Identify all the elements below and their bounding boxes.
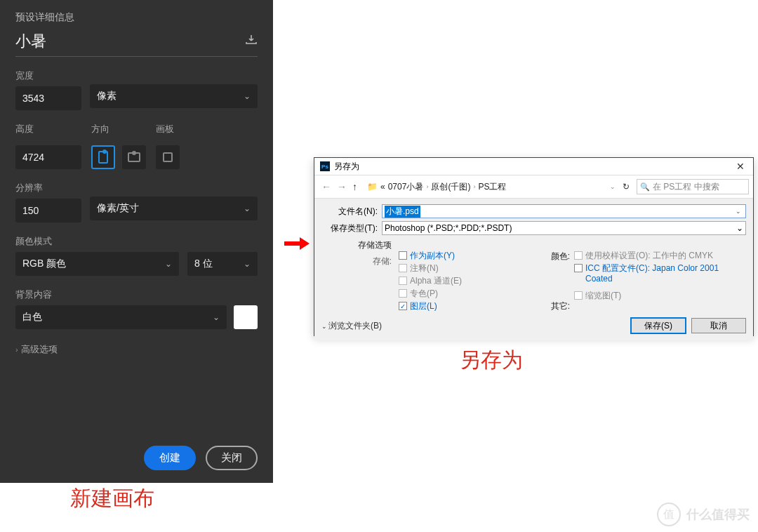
checkbox-as-copy[interactable]: 作为副本(Y) bbox=[399, 251, 525, 261]
chevron-down-icon: ⌄ bbox=[244, 91, 251, 101]
create-button[interactable]: 创建 bbox=[144, 446, 196, 470]
save-options-header: 存储选项 bbox=[321, 239, 392, 251]
orientation-portrait-button[interactable] bbox=[91, 145, 115, 169]
background-label: 背景内容 bbox=[15, 288, 258, 301]
watermark-icon: 值 bbox=[657, 503, 681, 526]
chevron-down-icon: ⌄ bbox=[244, 259, 251, 269]
width-input[interactable] bbox=[15, 86, 81, 110]
browse-folders-toggle[interactable]: ⌄浏览文件夹(B) bbox=[321, 320, 382, 332]
preset-label: 预设详细信息 bbox=[15, 11, 258, 24]
artboard-checkbox[interactable] bbox=[156, 145, 180, 169]
resolution-unit-dropdown[interactable]: 像素/英寸⌄ bbox=[90, 197, 258, 220]
checkbox-layers[interactable]: ✓图层(L) bbox=[399, 301, 525, 312]
orientation-landscape-button[interactable] bbox=[122, 145, 146, 169]
nav-forward-button[interactable]: → bbox=[337, 181, 347, 192]
checkbox-proof: 使用校样设置(O): 工作中的 CMYK bbox=[574, 251, 746, 261]
chevron-down-icon: ⌄ bbox=[213, 312, 220, 322]
save-button[interactable]: 保存(S) bbox=[631, 318, 686, 333]
filename-input[interactable]: 小暑.psd ⌄ bbox=[382, 204, 746, 218]
watermark-text: 什么值得买 bbox=[686, 506, 750, 523]
height-input[interactable] bbox=[15, 145, 81, 169]
chevron-down-icon: ⌄ bbox=[165, 259, 172, 269]
cancel-button[interactable]: 取消 bbox=[691, 318, 746, 333]
width-label: 宽度 bbox=[15, 69, 81, 82]
caption-save-as: 另存为 bbox=[460, 346, 523, 375]
dialog-title: 另存为 bbox=[334, 161, 359, 173]
color-mode-label: 颜色模式 bbox=[15, 235, 258, 248]
color-mode-dropdown[interactable]: RGB 颜色⌄ bbox=[15, 252, 179, 276]
filename-label: 文件名(N): bbox=[321, 206, 382, 218]
checkbox-icc-profile[interactable]: ICC 配置文件(C): Japan Color 2001 Coated bbox=[574, 263, 746, 284]
resolution-label: 分辨率 bbox=[15, 182, 81, 194]
nav-up-button[interactable]: ↑ bbox=[352, 181, 357, 192]
dialog-close-button[interactable]: ✕ bbox=[733, 161, 747, 172]
height-label: 高度 bbox=[15, 123, 81, 135]
filetype-label: 保存类型(T): bbox=[321, 222, 382, 234]
new-document-panel: 预设详细信息 小暑 宽度 像素⌄ 高度 方向 bbox=[0, 0, 273, 483]
preset-name-input[interactable]: 小暑 bbox=[15, 31, 46, 52]
color-section-label: 颜色: bbox=[525, 251, 570, 262]
folder-icon: 📁 bbox=[367, 182, 378, 192]
advanced-options-toggle[interactable]: ›高级选项 bbox=[15, 343, 258, 356]
close-button[interactable]: 关闭 bbox=[206, 446, 258, 470]
store-label: 存储: bbox=[321, 255, 392, 267]
filetype-dropdown[interactable]: Photoshop (*.PSD;*.PDD;*.PSDT)⌄ bbox=[382, 221, 746, 235]
artboard-label: 画板 bbox=[156, 123, 180, 135]
chevron-down-icon: ⌄ bbox=[321, 323, 327, 330]
bit-depth-dropdown[interactable]: 8 位⌄ bbox=[187, 252, 258, 276]
chevron-down-icon: ⌄ bbox=[244, 204, 251, 213]
width-unit-dropdown[interactable]: 像素⌄ bbox=[90, 84, 258, 108]
caption-new-canvas: 新建画布 bbox=[70, 484, 154, 513]
search-input[interactable]: 🔍 在 PS工程 中搜索 bbox=[637, 179, 749, 194]
chevron-down-icon: ⌄ bbox=[733, 208, 743, 215]
checkbox-notes: 注释(N) bbox=[399, 263, 525, 274]
other-section-label: 其它: bbox=[525, 300, 570, 312]
photoshop-app-icon: Ps bbox=[320, 161, 330, 171]
checkbox-thumbnail: 缩览图(T) bbox=[574, 291, 746, 301]
refresh-button[interactable]: ↻ bbox=[623, 182, 630, 192]
orientation-label: 方向 bbox=[91, 123, 146, 135]
annotation-arrow-icon bbox=[284, 241, 301, 246]
chevron-down-icon: ⌄ bbox=[736, 223, 743, 233]
watermark: 值 什么值得买 bbox=[657, 503, 750, 526]
background-color-swatch[interactable] bbox=[234, 305, 258, 329]
search-icon: 🔍 bbox=[640, 182, 650, 192]
background-dropdown[interactable]: 白色⌄ bbox=[15, 305, 227, 329]
download-preset-icon[interactable] bbox=[245, 34, 258, 49]
breadcrumb[interactable]: 📁 « 0707小暑› 原创(千图)› PS工程 ⌄ bbox=[367, 181, 616, 193]
nav-back-button[interactable]: ← bbox=[321, 181, 331, 192]
save-as-dialog: Ps 另存为 ✕ ← → ↑ 📁 « 0707小暑› 原创(千图)› PS工程 … bbox=[314, 157, 754, 336]
checkbox-alpha: Alpha 通道(E) bbox=[399, 276, 525, 286]
resolution-input[interactable] bbox=[15, 199, 81, 222]
chevron-right-icon: › bbox=[15, 345, 18, 354]
checkbox-spot: 专色(P) bbox=[399, 288, 525, 299]
